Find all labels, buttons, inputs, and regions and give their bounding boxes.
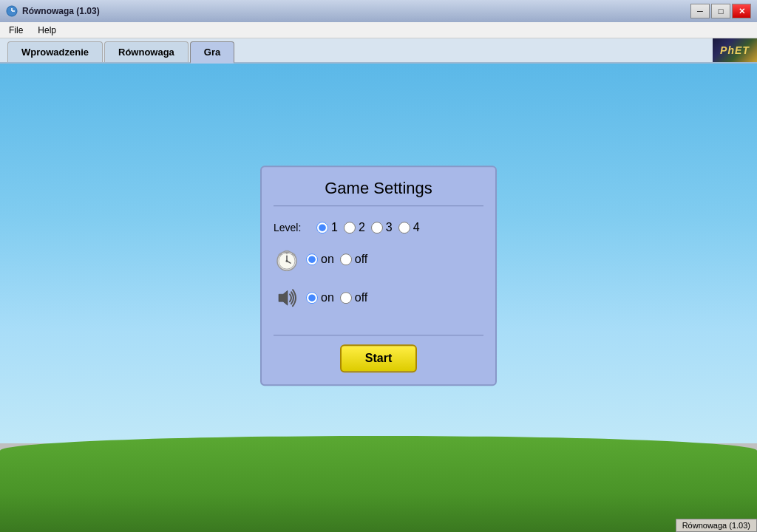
level-4-option[interactable]: 4 (398, 221, 420, 234)
level-radio-group: 1 2 3 4 (316, 221, 420, 234)
svg-point-11 (286, 260, 288, 262)
level-1-option[interactable]: 1 (316, 221, 338, 234)
title-bar-controls: ─ □ ✕ (690, 4, 751, 18)
level-label: Level: (274, 222, 310, 233)
dialog-divider (274, 335, 483, 335)
sound-on-option[interactable]: on (306, 291, 334, 304)
svg-marker-13 (279, 290, 288, 305)
level-1-radio[interactable] (316, 222, 328, 233)
tab-gra[interactable]: Gra (190, 41, 234, 64)
minimize-button[interactable]: ─ (690, 4, 710, 18)
sound-icon (274, 284, 300, 311)
sound-radio-group: on off (306, 291, 367, 304)
level-3-option[interactable]: 3 (371, 221, 393, 234)
timer-row: on off (274, 246, 483, 273)
timer-off-option[interactable]: off (340, 253, 368, 266)
timer-on-radio[interactable] (306, 253, 318, 265)
tab-bar: Wprowadzenie Równowaga Gra PhET (0, 38, 757, 64)
restore-button[interactable]: □ (711, 4, 730, 18)
sound-on-radio[interactable] (306, 292, 318, 304)
dialog-content: Level: 1 2 3 4 (274, 215, 483, 329)
level-2-option[interactable]: 2 (344, 221, 365, 234)
level-4-radio[interactable] (398, 222, 410, 233)
sound-row: on off (274, 284, 483, 311)
window-title: Równowaga (1.03) (22, 6, 100, 16)
level-row: Level: 1 2 3 4 (274, 221, 483, 234)
dialog-footer: Start (274, 344, 483, 372)
dialog-title: Game Settings (274, 179, 483, 206)
game-settings-dialog: Game Settings Level: 1 2 3 (260, 166, 497, 386)
menu-bar: File Help (0, 22, 757, 38)
file-menu[interactable]: File (4, 24, 27, 37)
level-2-radio[interactable] (344, 222, 356, 233)
timer-off-radio[interactable] (340, 253, 352, 265)
level-3-radio[interactable] (371, 222, 383, 233)
tab-wprowadzenie[interactable]: Wprowadzenie (7, 41, 103, 62)
status-bar: Równowaga (1.03) (676, 519, 757, 532)
close-button[interactable]: ✕ (732, 4, 751, 18)
start-button[interactable]: Start (340, 344, 417, 372)
timer-icon (274, 246, 300, 273)
title-bar: Równowaga (1.03) ─ □ ✕ (0, 0, 757, 22)
phet-logo: PhET (713, 38, 757, 62)
app-icon (6, 5, 18, 17)
timer-on-option[interactable]: on (306, 253, 334, 266)
title-bar-left: Równowaga (1.03) (6, 5, 100, 17)
timer-radio-group: on off (306, 253, 367, 266)
sound-off-option[interactable]: off (340, 291, 368, 304)
main-scene: Game Settings Level: 1 2 3 (0, 64, 757, 532)
help-menu[interactable]: Help (33, 24, 61, 37)
ground-background (0, 436, 757, 532)
sound-off-radio[interactable] (340, 292, 352, 304)
tab-rownowaga[interactable]: Równowaga (104, 41, 189, 62)
